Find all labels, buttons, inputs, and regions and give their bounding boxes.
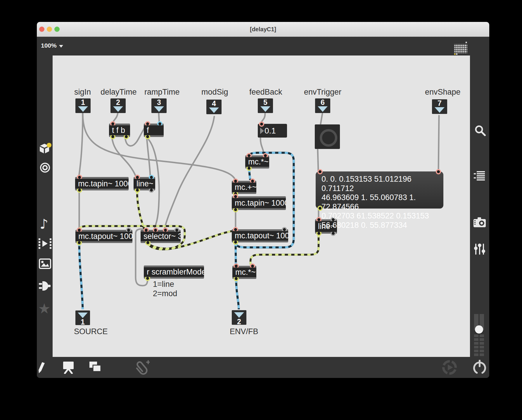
inlet-3[interactable]: 3 [151,98,167,113]
object-selector[interactable]: selector~ 3 [141,230,181,243]
video-play-icon[interactable] [39,238,51,249]
chevron-down-icon [59,45,63,48]
message-line: 46.963609 1. 55.060783 1. 72.874566 [322,193,443,211]
search-icon[interactable] [474,124,486,137]
object-add[interactable]: mc.+~ [232,181,256,194]
comment-source: SOURCE [74,327,108,336]
comment-feedback: feedBack [249,88,282,97]
screen: [delayC1] 100% [0,0,522,420]
message-line: 0. 0. 0.153153 51.012196 0.711712 [322,175,443,193]
zoom-level-value: 100% [41,42,57,49]
concentric-circles-icon[interactable] [39,162,51,173]
object-tapout-left[interactable]: mc.tapout~ 100. [75,230,132,243]
message-line: 0.702703 61.538522 0.153153 [322,211,443,221]
inlet-triangle [435,107,445,113]
comment-delaytime: delayTime [101,88,137,97]
object-tapout-right[interactable]: mc.tapout~ 100. [232,229,288,242]
inlet-triangle [78,106,88,112]
presentation-icon[interactable] [63,361,74,374]
notification-dot [47,143,51,147]
object-tapin-right[interactable]: mc.tapin~ 1000 [232,196,286,210]
comment-ramptime: rampTime [144,88,180,97]
bang-circle [320,129,337,147]
number-value: 0.1 [265,126,276,136]
list-icon[interactable] [474,171,485,181]
inlet-6[interactable]: 6 [315,98,330,113]
outlet-triangle [78,313,88,318]
sliders-icon[interactable] [474,243,486,255]
picture-icon[interactable] [39,258,51,269]
inlet-7[interactable]: 7 [432,99,447,114]
gain-slider-knob[interactable] [475,325,483,334]
comment-sigin: sigIn [74,88,91,97]
top-toolbar: 100% [37,37,489,55]
inlet-2[interactable]: 2 [110,98,126,113]
object-line-left[interactable]: line~ [134,177,155,190]
inlet-1[interactable]: 1 [75,98,91,113]
message-line: 56.680218 0. 55.877334 [322,221,443,230]
inlet-port[interactable] [436,169,441,174]
object-mul-bottom[interactable]: mc.*~ [232,266,256,279]
object-tapin-left[interactable]: mc.tapin~ 1000 [75,177,129,190]
plug-icon[interactable] [38,280,51,291]
object-mul-top[interactable]: mc.*~ [245,155,269,169]
window-title: [delayC1] [37,22,489,37]
comment-envtrigger: envTrigger [304,88,341,97]
title-bar: [delayC1] [37,22,489,37]
comment-modsig: modSig [201,88,228,97]
inlet-triangle [154,106,164,112]
comment-envfb: ENV/FB [230,327,258,336]
inlet-triangle [318,106,328,112]
camera-icon[interactable] [473,217,486,228]
comment-mode-line1: 1=line [153,280,174,289]
envelope-message-box[interactable]: 0. 0. 0.153153 51.012196 0.711712 46.963… [316,171,443,209]
inlet-port[interactable] [259,122,264,127]
grid-icon[interactable] [454,41,469,55]
inlet-port[interactable] [317,169,323,174]
envtrigger-bang-button[interactable] [315,124,340,149]
pencil-icon[interactable] [38,362,46,374]
paperclip-icon [134,359,150,375]
outlet-2[interactable]: 2 [232,310,246,325]
object-trigger[interactable]: t f b [109,124,130,137]
outlet-triangle [234,312,244,318]
play-circle-icon[interactable] [442,360,457,375]
inlet-triangle [209,107,219,113]
outlet-port[interactable] [317,206,323,211]
inlet-triangle [113,106,123,112]
number-arrow-icon [260,128,264,134]
left-sidebar: ♪ [37,55,53,357]
inlet-4[interactable]: 4 [206,100,222,114]
right-sidebar [470,55,489,357]
bottom-toolbar [37,357,489,378]
power-icon[interactable] [472,360,487,375]
cube-icon[interactable] [38,143,52,155]
object-float[interactable]: f [144,124,164,137]
comment-envshape: envShape [425,88,461,97]
inlet-5[interactable]: 5 [258,98,273,113]
zoom-level-selector[interactable]: 100% [41,42,63,49]
star-icon[interactable]: ★ [38,300,51,317]
windows-tile-icon[interactable] [89,362,102,373]
comment-mode-line2: 2=mod [153,289,177,298]
inlet-triangle [260,106,270,112]
music-note-icon[interactable]: ♪ [40,216,48,232]
feedback-number-box[interactable]: 0.1 [258,124,287,138]
object-receive[interactable]: r scramblerMode [144,265,204,279]
outlet-1[interactable]: 1 [75,310,90,325]
